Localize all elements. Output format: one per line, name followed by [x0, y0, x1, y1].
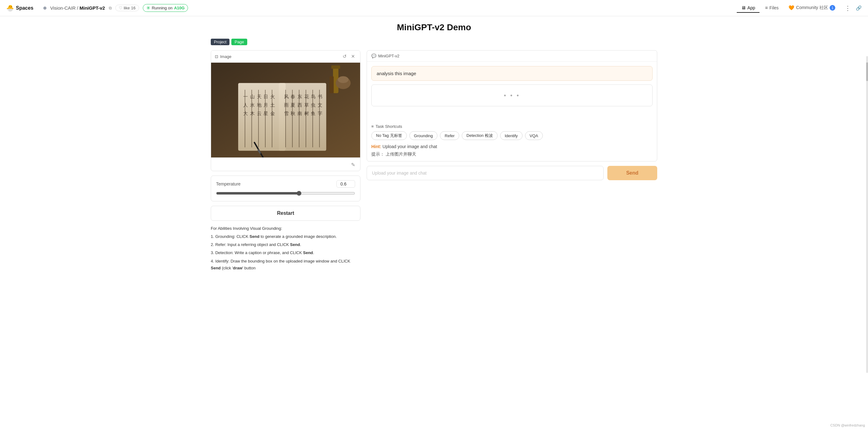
tag-no-tag[interactable]: No Tag 无标签	[371, 131, 407, 140]
link-icon: 🔗	[856, 5, 862, 11]
like-label: like	[124, 6, 130, 10]
scrollbar-thumb[interactable]	[866, 62, 868, 81]
svg-text:秋: 秋	[290, 111, 295, 116]
task-shortcuts: ≡ Task Shortcuts No Tag 无标签 Grounding Re…	[367, 124, 657, 143]
copy-icon[interactable]: ⧉	[109, 6, 112, 10]
svg-rect-53	[330, 76, 334, 93]
tab-app[interactable]: 🖥 App	[737, 3, 760, 13]
svg-text:金: 金	[270, 111, 275, 116]
files-icon: ≡	[765, 5, 768, 10]
chat-header-label: MiniGPT-v2	[378, 54, 399, 58]
svg-text:雨: 雨	[284, 102, 289, 108]
tab-files-label: Files	[770, 5, 779, 10]
space-path: Vision-CAIR /	[50, 5, 78, 10]
svg-text:春: 春	[290, 94, 295, 99]
image-icon: ⊡	[215, 54, 218, 59]
image-panel-header: ⊡ Image ↺ ✕	[211, 51, 360, 63]
instructions-item-3: 3. Detection: Write a caption or phrase,…	[211, 249, 361, 256]
svg-text:木: 木	[250, 111, 255, 116]
restart-button[interactable]: Restart	[211, 206, 361, 221]
svg-point-52	[338, 76, 348, 83]
temperature-panel: Temperature	[211, 176, 361, 202]
tag-grounding[interactable]: Grounding	[409, 131, 438, 140]
shortcuts-title: Task Shortcuts	[376, 124, 402, 129]
instructions-item-4: 4. Identify: Draw the bounding box on th…	[211, 258, 361, 272]
instructions-item-1: 1. Grounding: CLICK Send to generate a g…	[211, 233, 361, 240]
loading-dots: • • •	[504, 92, 520, 99]
svg-text:树: 树	[304, 111, 309, 116]
uploaded-image: 一人大 山水木 天地云 日月星 火土金 风雨雪 春夏秋 东西南 花草树 鸟虫鱼 …	[211, 63, 360, 157]
image-edit-button[interactable]: ✎	[350, 161, 356, 168]
breadcrumb: Project Page	[211, 39, 657, 45]
svg-text:南: 南	[298, 111, 302, 116]
tag-identify[interactable]: Identify	[500, 131, 523, 140]
shortcuts-icon: ≡	[371, 124, 374, 129]
svg-text:土: 土	[270, 102, 275, 108]
space-dot	[43, 6, 46, 10]
hint-text: Upload your image and chat	[382, 144, 437, 149]
svg-text:鱼: 鱼	[311, 111, 315, 116]
logo-emoji: 🐣	[6, 4, 14, 12]
svg-text:日: 日	[264, 94, 268, 99]
svg-rect-2	[279, 83, 326, 151]
image-reset-button[interactable]: ↺	[341, 53, 348, 60]
like-button[interactable]: ♡ like 16	[115, 5, 139, 11]
tag-vqa[interactable]: VQA	[525, 131, 543, 140]
svg-text:西: 西	[298, 102, 302, 108]
chat-input[interactable]	[367, 166, 603, 180]
image-close-button[interactable]: ✕	[350, 53, 356, 60]
chat-panel: 💬 MiniGPT-v2 analysis this image • • • ≡	[367, 50, 657, 161]
svg-text:月: 月	[264, 102, 268, 108]
tab-community[interactable]: 🧡 Community 社区 1	[784, 3, 840, 13]
tag-refer[interactable]: Refer	[440, 131, 459, 140]
tab-app-label: App	[747, 5, 755, 10]
svg-text:人: 人	[243, 102, 248, 108]
svg-text:火: 火	[270, 94, 275, 99]
scrollbar[interactable]	[866, 56, 868, 279]
right-panel: 💬 MiniGPT-v2 analysis this image • • • ≡	[367, 50, 657, 180]
app-icon: 🖥	[741, 5, 746, 10]
left-panel: ⊡ Image ↺ ✕	[211, 50, 361, 273]
community-icon: 🧡	[788, 5, 795, 10]
svg-text:云: 云	[257, 111, 261, 116]
svg-text:雪: 雪	[284, 111, 289, 116]
hint-section: Hint: Upload your image and chat 提示： 上传图…	[367, 143, 657, 161]
running-badge: ✳ Running on A10G	[143, 4, 188, 12]
chat-messages: analysis this image • • •	[367, 62, 657, 124]
svg-text:地: 地	[257, 102, 261, 108]
page-title: MiniGPT-v2 Demo	[211, 23, 657, 32]
user-message-text: analysis this image	[377, 71, 416, 76]
instructions-item-2: 2. Refer: Input a referring object and C…	[211, 241, 361, 248]
instructions: For Abilities Involving Visual Grounding…	[211, 225, 361, 273]
status-dot: ✳	[146, 5, 150, 11]
heart-icon: ♡	[119, 6, 123, 10]
svg-text:书: 书	[318, 94, 322, 99]
temperature-slider[interactable]	[216, 191, 355, 196]
image-container: 一人大 山水木 天地云 日月星 火土金 风雨雪 春夏秋 东西南 花草树 鸟虫鱼 …	[211, 63, 360, 158]
svg-text:一: 一	[243, 94, 248, 99]
image-panel-actions: ↺ ✕	[341, 53, 356, 60]
chat-message-assistant: • • •	[371, 85, 653, 106]
topnav: 🐣 Spaces Vision-CAIR / MiniGPT-v2 ⧉ ♡ li…	[0, 0, 868, 16]
image-label: Image	[220, 54, 231, 59]
hw-label: A10G	[174, 6, 185, 10]
image-panel: ⊡ Image ↺ ✕	[211, 50, 361, 171]
svg-text:花: 花	[304, 94, 309, 99]
svg-text:草: 草	[304, 102, 309, 108]
svg-rect-1	[238, 83, 286, 151]
tag-detection[interactable]: Detection 检波	[462, 131, 498, 140]
task-shortcuts-tags: No Tag 无标签 Grounding Refer Detection 检波 …	[371, 131, 653, 140]
svg-rect-50	[332, 65, 340, 69]
tab-files[interactable]: ≡ Files	[761, 3, 783, 13]
svg-text:夏: 夏	[290, 102, 295, 108]
chat-message-user: analysis this image	[371, 66, 653, 81]
temperature-value-input[interactable]	[336, 180, 355, 188]
send-button[interactable]: Send	[607, 166, 657, 180]
more-menu-button[interactable]: ⋮	[843, 3, 852, 13]
svg-text:文: 文	[318, 102, 322, 108]
model-name: MiniGPT-v2	[80, 5, 105, 10]
svg-text:东: 东	[298, 94, 302, 99]
task-shortcuts-label: ≡ Task Shortcuts	[371, 124, 653, 129]
tab-community-label: Community 社区	[796, 5, 828, 10]
app-logo: 🐣 Spaces	[6, 4, 33, 12]
